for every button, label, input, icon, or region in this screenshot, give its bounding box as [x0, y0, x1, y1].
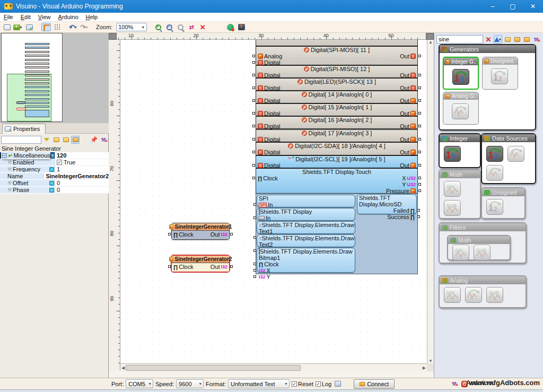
pin-connector[interactable] [418, 177, 421, 179]
property-row-offset[interactable]: ⚒Offset+0 [0, 180, 109, 187]
category-analog[interactable]: AnalogSINSUB [439, 275, 527, 308]
design-canvas[interactable]: 0DigitalOut0Digital(SPI-MOSI)[ 11 ]Analo… [120, 40, 427, 363]
output-pin[interactable]: Out [400, 123, 416, 129]
digital-led-spi-sck-13[interactable]: Digital(LED)(SPI-SCK)[ 13 ]0DigitalOut0 [256, 78, 418, 91]
suggest-components-button[interactable] [503, 35, 512, 43]
shields-tft-display-elements-draw-text1[interactable]: TShields.TFT Display.Elements.Draw Text1… [257, 221, 355, 234]
pin-connector[interactable] [252, 99, 255, 102]
minimize-button[interactable]: – [483, 0, 503, 13]
undo-button[interactable]: ↶▼ [68, 23, 78, 31]
close-button[interactable]: ✕ [523, 0, 543, 13]
pin-connector[interactable] [418, 86, 421, 89]
digital-14-analogin-0[interactable]: Digital[ 14 ]/AnalogIn[ 0 ]0DigitalOut [256, 91, 418, 103]
pin-connector[interactable] [418, 164, 421, 167]
property-row-frequency[interactable]: ⚒Frequency+1 [0, 166, 109, 173]
digital-15-analogin-1[interactable]: Digital[ 15 ]/AnalogIn[ 1 ]0DigitalOut [256, 103, 418, 116]
shields-tft-display-elements-draw-text2[interactable]: TShields.TFT Display.Elements.Draw Text2… [257, 234, 355, 247]
output-pin[interactable]: Out0 [400, 53, 416, 59]
reconnect-wires-button[interactable]: ⇄ [187, 23, 196, 31]
scrollbar-thumb[interactable] [126, 365, 301, 371]
new-project-button[interactable] [2, 23, 12, 31]
sineintegergenerator2[interactable]: 1₂SineIntegerGenerator2∏ClockOutI32 [171, 255, 230, 272]
pin-connector[interactable] [252, 125, 255, 127]
category-filters[interactable]: FiltersMathSINSUB [439, 222, 527, 264]
tool-icon-int[interactable]: 12 [452, 69, 469, 85]
digital-spi-mosi-11[interactable]: Digital(SPI-MOSI)[ 11 ]AnalogOut00Digita… [256, 46, 418, 65]
categorized-view-button[interactable] [52, 136, 60, 144]
out-pin[interactable]: OutI32 [211, 231, 227, 238]
pin-connector[interactable] [252, 55, 255, 57]
zoom-reset-button[interactable] [176, 23, 185, 31]
digital-16-analogin-2[interactable]: Digital[ 16 ]/AnalogIn[ 2 ]0DigitalOut [256, 116, 418, 129]
open-log-button[interactable] [334, 380, 342, 388]
scroll-down-arrow[interactable]: ▼ [428, 359, 433, 363]
pin-connector[interactable] [418, 138, 421, 141]
toolbox-item-analog-g-[interactable]: 1₂Analog G.. [443, 92, 479, 125]
pin-connector[interactable] [253, 216, 256, 219]
collapse-icon[interactable]: − [2, 153, 7, 158]
digital-17-analogin-3[interactable]: Digital[ 17 ]/AnalogIn[ 3 ]0DigitalOut [256, 129, 418, 142]
tool-icon-int[interactable]: 12 [486, 146, 503, 162]
toolbox-item-integer-g-[interactable]: 1₂Integer G..12 [443, 57, 479, 90]
pin-connector[interactable] [418, 189, 421, 192]
expand-plus-icon[interactable]: + [49, 188, 54, 193]
pin-connector[interactable] [252, 138, 255, 141]
log-checkbox[interactable]: ✓Log [316, 381, 331, 387]
menu-edit[interactable]: Edit [17, 13, 34, 22]
pin-connector[interactable] [418, 55, 421, 57]
input-pin[interactable]: SPIIn [259, 202, 273, 208]
help-web-button[interactable] [225, 23, 235, 31]
route-wires-toggle[interactable] [41, 23, 51, 31]
component-wizard-button[interactable]: ▼ [494, 35, 502, 43]
filter-button[interactable] [42, 136, 51, 144]
shields-tft-display[interactable]: Shields.TFT DisplayIn [257, 208, 355, 221]
pin-connector[interactable] [417, 209, 420, 212]
board-row[interactable]: 0DigitalOut0 [256, 40, 418, 46]
clock-input-pin[interactable]: ∏Clock [173, 264, 194, 270]
output-pin[interactable]: XU32 [402, 175, 416, 181]
grid-toggle[interactable] [52, 23, 62, 31]
digital-i2c-scl-19-analogin-5[interactable]: Digital(I2C-SCL)[ 19 ]/AnalogIn[ 5 ]0Dig… [256, 155, 418, 168]
pin-connector[interactable] [253, 275, 256, 278]
advanced-properties-button[interactable]: ⚒ [99, 136, 108, 144]
input-pin[interactable]: Analog [258, 53, 282, 59]
clock-input-pin[interactable]: ∏Clock [173, 231, 194, 238]
open-project-button[interactable]: ▼ [13, 23, 23, 31]
property-value[interactable]: 120 [57, 152, 66, 159]
pin-connector[interactable] [418, 112, 421, 115]
properties-filter-input[interactable] [1, 136, 41, 144]
input-pin[interactable]: ∏Clock [258, 175, 278, 181]
property-row-enabled[interactable]: ⚒Enabled✓True [0, 159, 109, 166]
design-overview-minimap[interactable] [1, 33, 63, 122]
shields-tft-display-touch[interactable]: Shields.TFT Display.Touch∏ClockXU32YU32P… [256, 168, 418, 194]
input-pin[interactable]: 0Digital [258, 149, 281, 155]
tree-view-button[interactable] [71, 136, 80, 144]
pin-connector[interactable] [417, 215, 420, 218]
maximize-button[interactable]: ▢ [503, 0, 523, 13]
scroll-left-arrow[interactable]: ◀ [121, 365, 125, 370]
redo-button[interactable]: ↷▼ [80, 23, 89, 31]
pin-connector[interactable] [418, 74, 421, 76]
save-project-button[interactable] [24, 23, 34, 31]
input-pin[interactable]: I32X [259, 267, 270, 274]
shields-tft-display-microsd[interactable]: Shields.TFT Display.MicroSDFailed∏Succes… [357, 194, 417, 214]
connect-button[interactable]: Connect [354, 379, 395, 389]
expand-plus-icon[interactable]: + [49, 181, 54, 186]
property-row-phase[interactable]: ⚒Phase+0 [0, 187, 109, 194]
category-math[interactable]: MathSINSUB [439, 169, 481, 219]
output-pin[interactable]: Failed∏ [393, 207, 415, 214]
pin-connector[interactable] [252, 74, 255, 76]
menu-view[interactable]: View [34, 13, 55, 22]
input-pin[interactable]: 0Digital [258, 123, 281, 129]
pin-connector[interactable] [253, 203, 256, 206]
scroll-right-arrow[interactable]: ▶ [423, 365, 426, 370]
vertical-scrollbar[interactable]: ▲▼ [427, 40, 434, 363]
pin-properties-button[interactable]: 📌 [90, 136, 98, 144]
sineintegergenerator1[interactable]: 1₂SineIntegerGenerator1∏ClockOutI32 [171, 223, 230, 240]
reset-checkbox[interactable]: ✓Reset [292, 381, 313, 387]
pin-connector[interactable] [418, 99, 421, 102]
menu-help[interactable]: Help [82, 13, 102, 22]
pin-connector[interactable] [418, 125, 421, 127]
pin-connector[interactable] [253, 263, 256, 265]
zoom-select[interactable]: 100%▼ [116, 23, 147, 31]
